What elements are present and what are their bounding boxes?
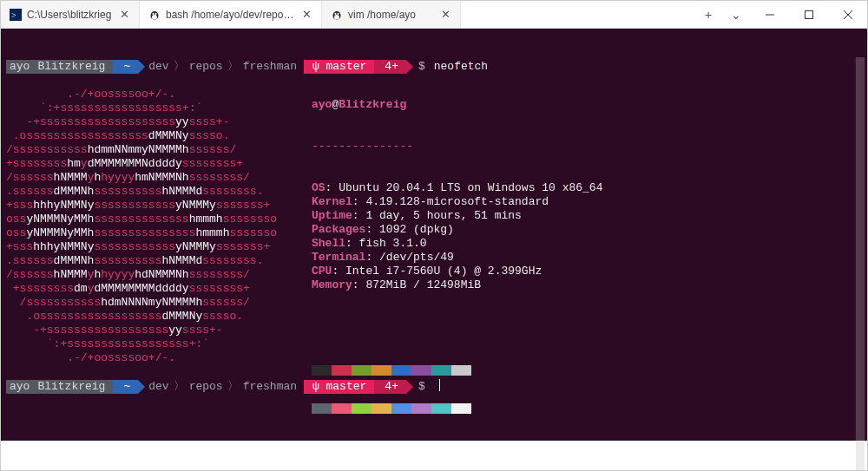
neofetch-key: CPU [312, 265, 332, 278]
svg-point-4 [153, 12, 155, 14]
prompt-home: ~ [113, 60, 138, 74]
neofetch-key: Kernel [312, 195, 352, 208]
svg-point-5 [155, 12, 157, 14]
tab-close-icon[interactable]: ✕ [439, 9, 451, 21]
tab[interactable]: vim /home/ayo✕ [322, 1, 461, 28]
new-tab-button[interactable]: + [694, 1, 722, 28]
scrollbar[interactable] [854, 57, 866, 469]
tux-icon [148, 9, 161, 21]
color-swatch [411, 403, 431, 414]
neofetch-key: Memory [312, 278, 352, 291]
color-swatch [391, 365, 411, 376]
scrollbar-thumb[interactable] [856, 57, 865, 471]
neofetch-key: Terminal [312, 251, 365, 264]
svg-point-8 [335, 12, 337, 14]
prompt-host: Blitzkreig [34, 60, 113, 74]
tab-close-icon[interactable]: ✕ [118, 9, 130, 21]
color-swatch [372, 365, 391, 376]
tab-strip: >C:\Users\blitzkrieg✕bash /home/ayo/dev/… [1, 1, 694, 28]
color-swatch [352, 365, 372, 376]
color-swatch [391, 403, 411, 414]
tux-icon [331, 9, 343, 21]
neofetch-value: : 4.19.128-microsoft-standard [352, 195, 549, 208]
terminal-viewport[interactable]: ayoBlitzkreig~dev〉repos〉freshman ψ maste… [1, 29, 867, 441]
terminal-window: >C:\Users\blitzkrieg✕bash /home/ayo/dev/… [0, 0, 868, 471]
neofetch-key: OS [312, 181, 326, 194]
neofetch-value: : Ubuntu 20.04.1 LTS on Windows 10 x86_6… [326, 181, 603, 194]
tab-title: bash /home/ayo/dev/repos/fres [166, 9, 295, 21]
color-swatch [451, 403, 471, 414]
neofetch-key: Uptime [312, 209, 352, 222]
color-swatch [352, 403, 372, 414]
neofetch-value: : 1 day, 5 hours, 51 mins [352, 209, 522, 222]
svg-point-9 [338, 12, 339, 14]
maximize-button[interactable] [789, 1, 828, 28]
color-swatch [431, 365, 451, 376]
color-swatch [312, 365, 332, 376]
neofetch-value: : 872MiB / 12498MiB [352, 278, 481, 291]
svg-text:>: > [11, 10, 16, 20]
color-swatch [451, 365, 471, 376]
neofetch-value: : 1092 (dpkg) [365, 223, 453, 236]
neofetch-separator: --------------- [312, 140, 602, 154]
color-swatch [431, 403, 451, 414]
neofetch-info: ayo@Blitzkreig --------------- OS: Ubunt… [312, 70, 602, 441]
prompt-path: dev〉repos〉freshman [138, 60, 297, 73]
neofetch-value: : Intel i7-7560U (4) @ 2.399GHz [332, 265, 542, 278]
tab[interactable]: bash /home/ayo/dev/repos/fres✕ [140, 1, 322, 28]
color-swatch [411, 365, 431, 376]
prompt-user: ayo [6, 60, 37, 74]
neofetch-value: : /dev/pts/49 [365, 251, 453, 264]
neofetch-user: ayo [312, 98, 332, 111]
neofetch-key: Packages [312, 223, 365, 236]
window-controls [750, 1, 867, 28]
color-swatch [312, 403, 332, 414]
tab-close-icon[interactable]: ✕ [300, 9, 312, 21]
close-button[interactable] [828, 1, 867, 28]
tab-title: vim /home/ayo [348, 9, 434, 21]
minimize-button[interactable] [750, 1, 789, 28]
tab-title: C:\Users\blitzkrieg [27, 9, 113, 21]
powershell-icon: > [10, 9, 22, 21]
neofetch-host: Blitzkreig [339, 98, 406, 111]
color-swatch [332, 403, 352, 414]
svg-rect-11 [805, 10, 812, 18]
neofetch-key: Shell [312, 237, 345, 250]
color-swatch [372, 403, 391, 414]
color-palette-dark [312, 365, 602, 376]
tabs-dropdown-button[interactable]: ⌄ [722, 1, 750, 28]
color-palette-light [312, 403, 602, 414]
tab[interactable]: >C:\Users\blitzkrieg✕ [1, 1, 140, 28]
color-swatch [332, 365, 352, 376]
neofetch-value: : fish 3.1.0 [345, 237, 427, 250]
titlebar: >C:\Users\blitzkrieg✕bash /home/ayo/dev/… [1, 1, 867, 29]
